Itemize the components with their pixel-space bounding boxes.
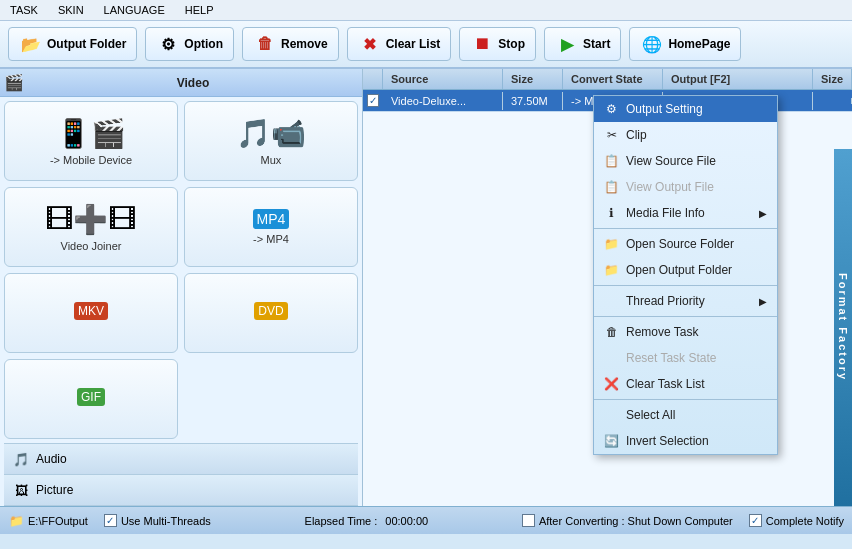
- mp4-label: -> MP4: [253, 233, 289, 245]
- sidebar-item-document[interactable]: 📄 Document: [4, 505, 358, 506]
- main-area: 🎬 Video 📱🎬 -> Mobile Device 🎵📹 Mux 🎞➕🎞 V…: [0, 69, 852, 506]
- open-output-folder-icon: 📁: [604, 262, 620, 278]
- ctx-reset-task: Reset Task State: [594, 345, 777, 371]
- th-check: [363, 69, 383, 89]
- option-button[interactable]: ⚙ Option: [145, 27, 234, 61]
- homepage-label: HomePage: [668, 37, 730, 51]
- ctx-sep2: [594, 285, 777, 286]
- mp4-icon: MP4: [253, 209, 290, 229]
- ctx-media-info-label: Media File Info: [626, 206, 705, 220]
- menu-help[interactable]: HELP: [181, 2, 218, 18]
- ctx-select-all[interactable]: Select All: [594, 402, 777, 428]
- clear-icon: ✖: [358, 32, 382, 56]
- ctx-sep3: [594, 316, 777, 317]
- output-setting-icon: ⚙: [604, 101, 620, 117]
- ctx-open-output-folder-label: Open Output Folder: [626, 263, 732, 277]
- start-button[interactable]: ▶ Start: [544, 27, 621, 61]
- shutdown-container: After Converting : Shut Down Computer: [522, 514, 733, 527]
- row-checkbox[interactable]: [363, 90, 383, 111]
- select-all-icon: [604, 407, 620, 423]
- row-out-size: [813, 98, 852, 104]
- ctx-view-source[interactable]: 📋 View Source File: [594, 148, 777, 174]
- elapsed-time: 00:00:00: [385, 515, 428, 527]
- homepage-button[interactable]: 🌐 HomePage: [629, 27, 741, 61]
- mkv-icon: MKV: [74, 302, 108, 320]
- ctx-remove-task[interactable]: 🗑 Remove Task: [594, 319, 777, 345]
- sidebar-item-picture[interactable]: 🖼 Picture: [4, 474, 358, 505]
- context-menu: ⚙ Output Setting ✂ Clip 📋 View Source Fi…: [593, 95, 778, 455]
- output-folder-button[interactable]: 📂 Output Folder: [8, 27, 137, 61]
- ctx-invert-selection-label: Invert Selection: [626, 434, 709, 448]
- ctx-clip[interactable]: ✂ Clip: [594, 122, 777, 148]
- ctx-output-setting[interactable]: ⚙ Output Setting: [594, 96, 777, 122]
- multi-threads-checkbox[interactable]: [104, 514, 117, 527]
- notify-checkbox[interactable]: [749, 514, 762, 527]
- output-path: E:\FFOutput: [28, 515, 88, 527]
- checkbox-icon: [367, 94, 379, 107]
- media-info-arrow: ▶: [759, 208, 767, 219]
- th-size2: Size: [813, 69, 852, 89]
- option-label: Option: [184, 37, 223, 51]
- row-size: 37.50M: [503, 92, 563, 110]
- menu-task[interactable]: TASK: [6, 2, 42, 18]
- multi-threads-container: Use Multi-Threads: [104, 514, 211, 527]
- clear-list-button[interactable]: ✖ Clear List: [347, 27, 452, 61]
- elapsed-label: Elapsed Time :: [305, 515, 378, 527]
- video-item-gif[interactable]: GIF: [4, 359, 178, 439]
- ctx-view-output: 📋 View Output File: [594, 174, 777, 200]
- open-source-folder-icon: 📁: [604, 236, 620, 252]
- ctx-media-info[interactable]: ℹ Media File Info ▶: [594, 200, 777, 226]
- output-path-icon: 📁: [8, 513, 24, 529]
- start-icon: ▶: [555, 32, 579, 56]
- mobile-icon: 📱🎬: [56, 117, 126, 150]
- dvd-icon: DVD: [254, 302, 287, 320]
- sidebar-items: 🎵 Audio 🖼 Picture 📄 Document 💿 ROM Devic…: [4, 443, 358, 506]
- ctx-view-output-label: View Output File: [626, 180, 714, 194]
- mux-label: Mux: [261, 154, 282, 166]
- ctx-invert-selection[interactable]: 🔄 Invert Selection: [594, 428, 777, 454]
- clear-task-icon: ❌: [604, 376, 620, 392]
- ctx-open-source-folder[interactable]: 📁 Open Source Folder: [594, 231, 777, 257]
- video-grid: 📱🎬 -> Mobile Device 🎵📹 Mux 🎞➕🎞 Video Joi…: [4, 101, 358, 439]
- ctx-clip-label: Clip: [626, 128, 647, 142]
- video-item-dvd[interactable]: DVD: [184, 273, 358, 353]
- menu-skin[interactable]: SKIN: [54, 2, 88, 18]
- ctx-open-source-folder-label: Open Source Folder: [626, 237, 734, 251]
- remove-icon: 🗑: [253, 32, 277, 56]
- video-item-mobile[interactable]: 📱🎬 -> Mobile Device: [4, 101, 178, 181]
- ctx-remove-task-label: Remove Task: [626, 325, 698, 339]
- video-item-joiner[interactable]: 🎞➕🎞 Video Joiner: [4, 187, 178, 267]
- home-icon: 🌐: [640, 32, 664, 56]
- ctx-open-output-folder[interactable]: 📁 Open Output Folder: [594, 257, 777, 283]
- ctx-sep1: [594, 228, 777, 229]
- shutdown-checkbox[interactable]: [522, 514, 535, 527]
- remove-task-icon: 🗑: [604, 324, 620, 340]
- reset-task-icon: [604, 350, 620, 366]
- table-header: Source Size Convert State Output [F2] Si…: [363, 69, 852, 90]
- multi-threads-label: Use Multi-Threads: [121, 515, 211, 527]
- ctx-sep4: [594, 399, 777, 400]
- video-item-mux[interactable]: 🎵📹 Mux: [184, 101, 358, 181]
- ctx-thread-priority[interactable]: Thread Priority ▶: [594, 288, 777, 314]
- shutdown-label: After Converting : Shut Down Computer: [539, 515, 733, 527]
- sidebar-item-audio[interactable]: 🎵 Audio: [4, 443, 358, 474]
- clear-list-label: Clear List: [386, 37, 441, 51]
- remove-button[interactable]: 🗑 Remove: [242, 27, 339, 61]
- video-category-label: Video: [28, 76, 358, 90]
- row-source: Video-Deluxe...: [383, 92, 503, 110]
- gif-icon: GIF: [77, 388, 105, 406]
- video-item-mp4[interactable]: MP4 -> MP4: [184, 187, 358, 267]
- left-panel: 🎬 Video 📱🎬 -> Mobile Device 🎵📹 Mux 🎞➕🎞 V…: [0, 69, 363, 506]
- invert-selection-icon: 🔄: [604, 433, 620, 449]
- stop-button[interactable]: ⏹ Stop: [459, 27, 536, 61]
- video-item-mkv[interactable]: MKV: [4, 273, 178, 353]
- menu-language[interactable]: LANGUAGE: [100, 2, 169, 18]
- th-size: Size: [503, 69, 563, 89]
- ctx-clear-task[interactable]: ❌ Clear Task List: [594, 371, 777, 397]
- ctx-clear-task-label: Clear Task List: [626, 377, 704, 391]
- media-info-icon: ℹ: [604, 205, 620, 221]
- thread-priority-icon: [604, 293, 620, 309]
- ctx-view-source-label: View Source File: [626, 154, 716, 168]
- ctx-reset-task-label: Reset Task State: [626, 351, 717, 365]
- right-panel: Source Size Convert State Output [F2] Si…: [363, 69, 852, 506]
